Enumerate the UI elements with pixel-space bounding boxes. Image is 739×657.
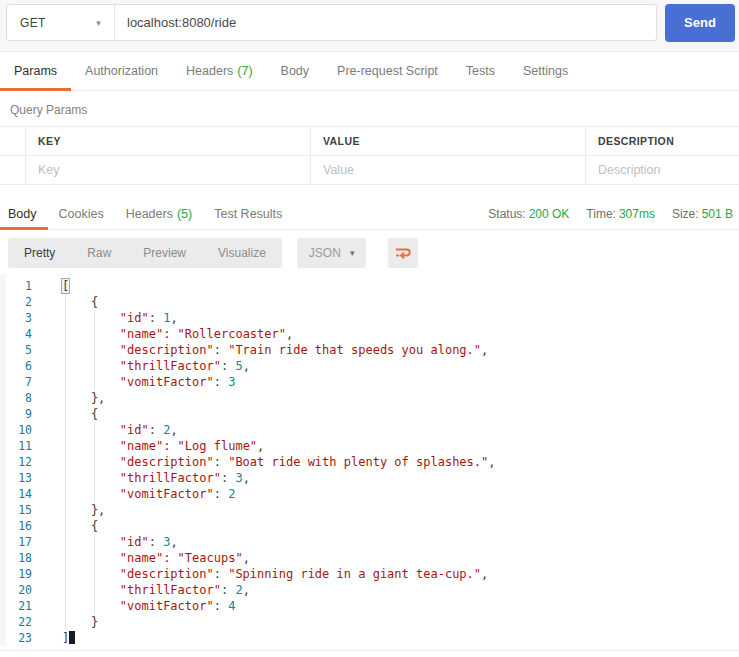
request-tab-settings[interactable]: Settings [509,52,582,90]
description-input[interactable]: Description [585,156,739,184]
line-number: 6 [0,358,32,374]
code-line: 9 { [0,406,739,422]
column-header-key: KEY [25,127,310,155]
method-url-group: GET ▾ localhost:8080/ride [6,4,657,41]
response-viewer-toolbar: PrettyRawPreviewVisualize JSON ▾ [8,238,739,268]
meta-label: Time: [586,207,616,221]
tab-count-badge: (5) [177,207,192,221]
request-tab-headers[interactable]: Headers(7) [172,52,267,90]
code-text: ] [62,630,75,646]
line-number: 11 [0,438,32,454]
line-number: 2 [0,294,32,310]
request-tab-authorization[interactable]: Authorization [71,52,172,90]
request-tab-tests[interactable]: Tests [452,52,509,90]
code-line: 2 { [0,294,739,310]
code-line: 19 "description": "Spinning ride in a gi… [0,566,739,582]
line-number: 5 [0,342,32,358]
tab-label: Pre-request Script [337,64,438,78]
line-number: 21 [0,598,32,614]
language-dropdown[interactable]: JSON ▾ [297,238,367,268]
code-line: 22 } [0,614,739,630]
response-tab-body[interactable]: Body [0,199,48,229]
key-input[interactable]: Key [25,156,310,184]
request-url-bar: GET ▾ localhost:8080/ride Send [0,0,739,52]
response-tab-test-results[interactable]: Test Results [203,199,293,229]
request-tab-pre-request-script[interactable]: Pre-request Script [323,52,452,90]
line-number: 1 [0,278,32,294]
method-dropdown[interactable]: GET ▾ [7,5,115,40]
query-params-title: Query Params [10,103,739,117]
column-header-description: DESCRIPTION [585,127,739,155]
text-cursor [69,631,75,644]
code-line: 21 "vomitFactor": 4 [0,598,739,614]
query-params-header-row: KEYVALUEDESCRIPTION [0,127,739,156]
tab-label: Cookies [59,207,104,221]
code-text: "id": 2, [62,422,178,438]
response-meta-time: Time:307ms [586,207,655,221]
tab-label: Params [14,64,57,78]
url-value: localhost:8080/ride [127,15,236,30]
column-header-value: VALUE [310,127,585,155]
code-line: 5 "description": "Train ride that speeds… [0,342,739,358]
code-line: 23] [0,630,739,646]
query-params-input-row: KeyValueDescription [0,156,739,185]
line-number: 15 [0,502,32,518]
row-select-cell [0,127,25,155]
code-text: "name": "Rollercoaster", [62,326,293,342]
meta-value: 200 OK [529,207,570,221]
code-text: "description": "Boat ride with plenty of… [62,454,496,470]
tab-label: Settings [523,64,568,78]
code-text: "thrillFactor": 2, [62,582,250,598]
response-tab-cookies[interactable]: Cookies [48,199,115,229]
code-text: }, [62,502,105,518]
tab-label: Tests [466,64,495,78]
row-select-cell [0,156,25,184]
language-label: JSON [309,246,341,260]
code-text: "description": "Spinning ride in a giant… [62,566,488,582]
viewer-mode-pretty[interactable]: Pretty [8,238,71,268]
code-line: 12 "description": "Boat ride with plenty… [0,454,739,470]
code-line: 1[ [0,278,739,294]
code-text: }, [62,390,105,406]
line-number: 22 [0,614,32,630]
wrap-text-button[interactable] [388,238,418,268]
request-tab-params[interactable]: Params [0,52,71,90]
line-number: 10 [0,422,32,438]
code-text: "vomitFactor": 4 [62,598,235,614]
code-text: [ [62,278,69,294]
line-number: 9 [0,406,32,422]
viewer-mode-preview[interactable]: Preview [127,238,202,268]
line-number: 16 [0,518,32,534]
send-button[interactable]: Send [665,4,735,42]
viewer-mode-raw[interactable]: Raw [71,238,127,268]
postman-app: GET ▾ localhost:8080/ride Send ParamsAut… [0,0,739,657]
code-text: "name": "Log flume", [62,438,264,454]
meta-label: Status: [488,207,525,221]
code-line: 18 "name": "Teacups", [0,550,739,566]
code-line: 7 "vomitFactor": 3 [0,374,739,390]
code-text: "vomitFactor": 2 [62,486,235,502]
value-input[interactable]: Value [310,156,585,184]
url-input[interactable]: localhost:8080/ride [115,5,656,40]
tab-label: Headers [186,64,233,78]
wrap-text-icon [395,246,412,260]
line-number: 4 [0,326,32,342]
response-body-editor[interactable]: 1[2 {3 "id": 1,4 "name": "Rollercoaster"… [0,274,739,646]
response-tab-headers[interactable]: Headers(5) [115,199,204,229]
line-number: 20 [0,582,32,598]
tab-label: Body [281,64,310,78]
query-params-table: KEYVALUEDESCRIPTION KeyValueDescription [0,126,739,185]
line-number: 12 [0,454,32,470]
code-text: { [62,294,98,310]
viewer-mode-group: PrettyRawPreviewVisualize [8,238,282,268]
line-number: 17 [0,534,32,550]
viewer-mode-visualize[interactable]: Visualize [202,238,282,268]
code-text: { [62,406,98,422]
code-line: 16 { [0,518,739,534]
response-meta-status: Status:200 OK [488,207,569,221]
code-line: 13 "thrillFactor": 3, [0,470,739,486]
code-line: 3 "id": 1, [0,310,739,326]
line-number: 3 [0,310,32,326]
request-tab-body[interactable]: Body [267,52,324,90]
code-line: 11 "name": "Log flume", [0,438,739,454]
